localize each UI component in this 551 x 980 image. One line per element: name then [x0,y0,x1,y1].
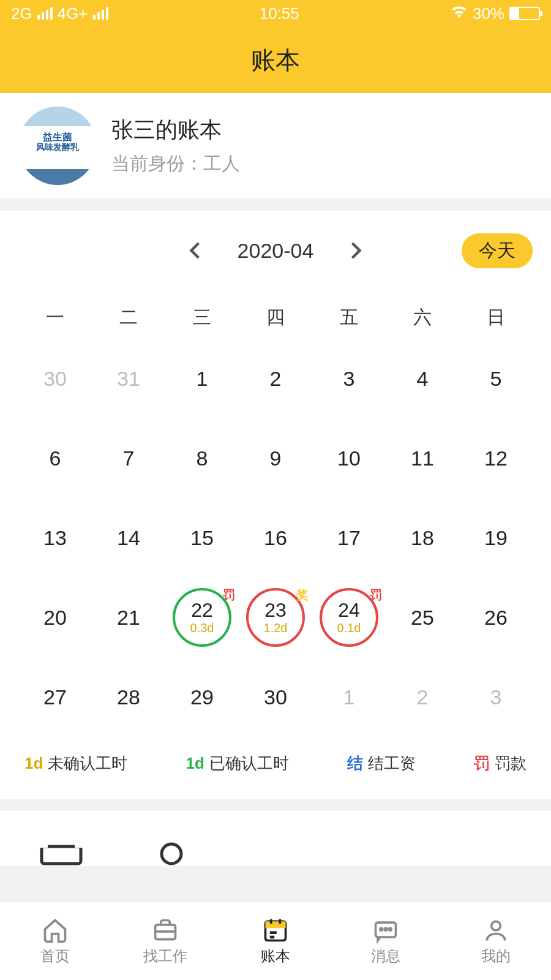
calendar-day[interactable]: 13 [18,498,92,578]
calendar-day[interactable]: 25 [386,578,459,657]
status-time: 10:55 [260,4,299,23]
legend-item: 1d 已确认工时 [186,753,288,774]
page-title: 账本 [251,43,300,77]
weekday-cell: 五 [312,296,386,339]
profile-card[interactable]: 益生菌 风味发酵乳 张三的账本 当前身份：工人 [0,93,551,198]
next-month-button[interactable] [344,239,366,262]
tab-label: 消息 [371,946,400,966]
calendar-day[interactable]: 9 [239,418,312,498]
battery-pct: 30% [473,4,504,23]
calendar-day[interactable]: 240.1d罚 [312,578,386,657]
legend-item: 罚 罚款 [474,753,527,774]
tab-bar: 首页找工作账本消息我的 [0,902,551,980]
calendar-day[interactable]: 19 [459,498,533,578]
calendar-day[interactable]: 231.2d奖 [239,578,312,657]
calendar-day[interactable]: 220.3d罚 [165,578,239,657]
day-badge: 罚 [223,587,235,603]
profile-role: 当前身份：工人 [111,151,240,176]
tab-label: 找工作 [143,946,187,966]
svg-rect-1 [37,842,48,848]
calendar-day[interactable]: 18 [386,498,459,578]
month-label: 2020-04 [238,239,314,263]
calendar-day[interactable]: 5 [459,339,533,418]
tab-label: 我的 [481,946,511,966]
weekday-cell: 六 [386,296,459,339]
legend-item: 结 结工资 [347,753,416,774]
signal-icon-2 [93,7,108,20]
legend: 1d 未确认工时1d 已确认工时结 结工资罚 罚款 [18,737,533,793]
calendar-day[interactable]: 29 [165,657,239,737]
svg-rect-0 [42,846,81,864]
calendar-day[interactable]: 11 [386,418,459,498]
calendar-day[interactable]: 12 [459,418,533,498]
calendar-day[interactable]: 3 [459,657,533,737]
network-2: 4G+ [58,4,88,23]
tab-home[interactable]: 首页 [0,902,110,980]
calendar-day[interactable]: 20 [18,578,92,657]
svg-point-13 [384,928,387,930]
peek-icon-2 [159,842,184,866]
calendar-day[interactable]: 30 [239,657,312,737]
weekday-row: 一二三四五六日 [18,296,533,339]
tab-calendar[interactable]: 账本 [220,902,331,980]
calendar-day[interactable]: 2 [386,657,459,737]
calendar: 2020-04 今天 一二三四五六日 303112345678910111213… [0,211,551,799]
tab-person[interactable]: 我的 [441,902,551,980]
weekday-cell: 一 [18,296,92,339]
calendar-day[interactable]: 16 [239,498,312,578]
svg-point-15 [492,921,501,930]
weekday-cell: 二 [92,296,165,339]
day-badge: 奖 [296,587,309,603]
wifi-icon [451,3,468,24]
calendar-day[interactable]: 8 [165,418,239,498]
content-peek [0,811,551,866]
calendar-day[interactable]: 28 [92,657,165,737]
calendar-day[interactable]: 31 [92,339,165,418]
profile-name: 张三的账本 [111,115,240,145]
calendar-day[interactable]: 3 [312,339,386,418]
svg-rect-6 [266,921,286,928]
calendar-day[interactable]: 1 [165,339,239,418]
tab-label: 首页 [40,946,70,966]
calendar-day[interactable]: 21 [92,578,165,657]
calendar-day[interactable]: 26 [459,578,533,657]
day-badge: 罚 [370,587,382,603]
calendar-day[interactable]: 1 [312,657,386,737]
calendar-day[interactable]: 27 [18,657,92,737]
calendar-day[interactable]: 14 [92,498,165,578]
legend-item: 1d 未确认工时 [24,753,127,774]
calendar-day[interactable]: 7 [92,418,165,498]
peek-icon-1 [37,842,86,866]
calendar-day[interactable]: 6 [18,418,92,498]
calendar-day[interactable]: 4 [386,339,459,418]
tab-message[interactable]: 消息 [331,902,441,980]
weekday-cell: 三 [165,296,239,339]
svg-point-14 [389,928,392,930]
svg-point-3 [162,844,181,864]
calendar-day[interactable]: 15 [165,498,239,578]
prev-month-button[interactable] [185,239,207,262]
weekday-cell: 日 [459,296,533,339]
svg-point-12 [380,928,383,930]
calendar-day[interactable]: 17 [312,498,386,578]
calendar-day[interactable]: 30 [18,339,92,418]
status-bar: 2G 4G+ 10:55 30% [0,0,551,27]
battery-icon [509,7,540,20]
today-button[interactable]: 今天 [462,233,533,268]
tab-label: 账本 [261,946,290,966]
calendar-day[interactable]: 10 [312,418,386,498]
signal-icon-1 [37,7,53,20]
tab-briefcase[interactable]: 找工作 [110,902,220,980]
page-header: 账本 [0,27,551,93]
weekday-cell: 四 [239,296,312,339]
network-1: 2G [11,4,32,23]
svg-rect-2 [75,842,86,848]
calendar-day[interactable]: 2 [239,339,312,418]
avatar: 益生菌 风味发酵乳 [18,107,97,185]
